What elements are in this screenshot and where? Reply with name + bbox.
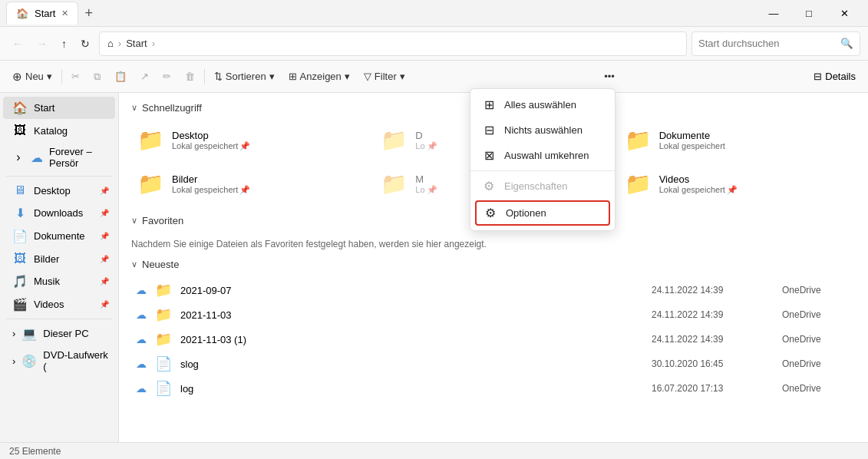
anzeigen-button[interactable]: ⊞ Anzeigen ▾	[282, 67, 356, 86]
desktop-icon: 🖥	[12, 183, 28, 197]
quick-item-bilder[interactable]: 📁 Bilder Lokal gespeichert 📌	[131, 165, 368, 203]
sidebar-item-label: Dieser PC	[43, 328, 88, 339]
filter-icon: ▽	[364, 71, 371, 82]
context-menu: ⊞ Alles auswählen ⊟ Nichts auswählen ⊠ A…	[470, 88, 616, 231]
quick-item-videos[interactable]: 📁 Videos Lokal gespeichert 📌	[619, 165, 856, 203]
menu-item-umkehren[interactable]: ⊠ Auswahl umkehren	[470, 143, 615, 168]
search-box[interactable]: 🔍	[691, 31, 860, 56]
quick-item-name: Bilder	[172, 173, 250, 185]
sidebar-item-label: Videos	[34, 299, 64, 310]
maximize-button[interactable]: □	[791, 0, 827, 27]
sidebar-item-start[interactable]: 🏠 Start	[3, 97, 115, 119]
sidebar-item-downloads[interactable]: ⬇ Downloads 📌	[3, 202, 115, 224]
minimize-button[interactable]: —	[756, 0, 791, 27]
sidebar-item-desktop[interactable]: 🖥 Desktop 📌	[3, 180, 115, 201]
neu-button[interactable]: ⊕ Neu ▾	[6, 66, 58, 88]
chevron-icon: ∨	[131, 259, 137, 269]
share-icon: ↗	[140, 71, 149, 82]
sidebar-divider-1	[6, 176, 112, 177]
copy-icon: ⧉	[94, 71, 101, 83]
up-button[interactable]: ↑	[57, 35, 71, 53]
share-button[interactable]: ↗	[134, 67, 155, 86]
folder-icon: 📁	[381, 127, 408, 153]
titlebar: 🏠 Start ✕ + — □ ✕	[0, 0, 868, 27]
close-button[interactable]: ✕	[827, 0, 862, 27]
recent-header[interactable]: ∨ Neueste	[131, 259, 856, 270]
quick-item-name: Desktop	[172, 130, 250, 141]
anzeigen-label: Anzeigen	[300, 71, 342, 82]
doc-icon: 📄	[154, 355, 173, 372]
menu-item-optionen[interactable]: ⚙ Optionen	[475, 200, 610, 226]
recent-item-0[interactable]: ☁ 📁 2021-09-07 24.11.2022 14:39 OneDrive	[131, 278, 856, 302]
expand-icon: ›	[12, 328, 15, 339]
menu-item-eigenschaften[interactable]: ⚙ Eigenschaften	[470, 173, 615, 199]
recent-source: OneDrive	[782, 334, 851, 345]
recent-date: 24.11.2022 14:39	[652, 334, 774, 345]
menu-item-nichts[interactable]: ⊟ Nichts auswählen	[470, 117, 615, 143]
pin-icon: 📌	[239, 141, 250, 151]
address-box[interactable]: ⌂ › Start ›	[99, 31, 687, 56]
search-input[interactable]	[698, 38, 836, 49]
delete-button[interactable]: 🗑	[179, 67, 201, 86]
katalog-icon: 🖼	[12, 124, 28, 137]
menu-separator	[470, 170, 615, 171]
sort-icon: ⇅	[214, 71, 223, 82]
recent-source: OneDrive	[782, 383, 851, 394]
sidebar-item-musik[interactable]: 🎵 Musik 📌	[3, 270, 115, 292]
menu-item-label: Optionen	[506, 207, 546, 219]
cut-button[interactable]: ✂	[65, 67, 86, 86]
recent-item-4[interactable]: ☁ 📄 log 16.07.2020 17:13 OneDrive	[131, 376, 856, 401]
folder-icon: 📁	[625, 127, 652, 153]
quick-item-name: D	[415, 130, 437, 141]
sidebar-item-label: Dokumente	[34, 230, 84, 242]
new-tab-button[interactable]: +	[84, 5, 93, 21]
search-button[interactable]: 🔍	[840, 38, 853, 49]
quick-item-name: M	[415, 173, 437, 185]
recent-item-3[interactable]: ☁ 📄 slog 30.10.2020 16:45 OneDrive	[131, 352, 856, 376]
back-button[interactable]: ←	[8, 35, 28, 53]
cloud-icon: ☁	[136, 284, 147, 296]
sidebar-item-bilder[interactable]: 🖼 Bilder 📌	[3, 248, 115, 269]
quick-item-desktop[interactable]: 📁 Desktop Lokal gespeichert 📌	[131, 121, 368, 159]
recent-source: OneDrive	[782, 309, 851, 320]
filter-chevron: ▾	[400, 71, 405, 82]
recent-item-1[interactable]: ☁ 📁 2021-11-03 24.11.2022 14:39 OneDrive	[131, 302, 856, 327]
expand-icon: ›	[12, 355, 15, 367]
more-button[interactable]: •••	[598, 67, 621, 86]
tab-home-icon: 🏠	[16, 8, 28, 19]
options-icon: ⚙	[483, 206, 498, 220]
folder-icon: 📁	[154, 331, 173, 348]
sidebar-item-dokumente[interactable]: 📄 Dokumente 📌	[3, 225, 115, 247]
menu-item-label: Auswahl umkehren	[504, 150, 589, 161]
refresh-button[interactable]: ↻	[76, 35, 94, 53]
doc-icon: 📄	[154, 380, 173, 397]
details-button[interactable]: ⊟ Details	[807, 67, 862, 86]
menu-item-alles[interactable]: ⊞ Alles auswählen	[470, 92, 615, 117]
filter-button[interactable]: ▽ Filter ▾	[358, 67, 411, 86]
tab-close-button[interactable]: ✕	[61, 8, 68, 18]
sidebar-item-dieser-pc[interactable]: › 💻 Dieser PC	[3, 322, 115, 345]
sidebar-item-forever[interactable]: › ☁ Forever – Persör	[3, 142, 115, 173]
favorites-title: Favoriten	[142, 215, 183, 226]
rename-button[interactable]: ✏	[157, 67, 177, 86]
home-icon: ⌂	[107, 38, 114, 49]
copy-button[interactable]: ⧉	[87, 67, 107, 87]
sidebar: 🏠 Start 🖼 Katalog › ☁ Forever – Persör 🖥…	[0, 93, 119, 442]
sidebar-item-dvd[interactable]: › 💿 DVD-Laufwerk (	[3, 345, 115, 376]
quick-item-dokumente[interactable]: 📁 Dokumente Lokal gespeichert	[619, 121, 856, 159]
quick-item-sub: Lo 📌	[415, 185, 437, 195]
window-controls: — □ ✕	[756, 0, 862, 27]
sidebar-item-katalog[interactable]: 🖼 Katalog	[3, 120, 115, 141]
details-icon: ⊟	[814, 71, 822, 82]
sidebar-item-videos[interactable]: 🎬 Videos 📌	[3, 293, 115, 315]
recent-item-2[interactable]: ☁ 📁 2021-11-03 (1) 24.11.2022 14:39 OneD…	[131, 327, 856, 352]
statusbar: 25 Elemente	[0, 442, 868, 459]
folder-icon: 📁	[154, 306, 173, 323]
forward-button[interactable]: →	[32, 35, 52, 53]
recent-source: OneDrive	[782, 285, 851, 296]
menu-item-label: Eigenschaften	[504, 180, 567, 192]
paste-button[interactable]: 📋	[108, 67, 133, 86]
sortieren-button[interactable]: ⇅ Sortieren ▾	[208, 67, 281, 86]
tab-start[interactable]: 🏠 Start ✕	[6, 2, 78, 25]
dvd-icon: 💿	[21, 354, 37, 368]
